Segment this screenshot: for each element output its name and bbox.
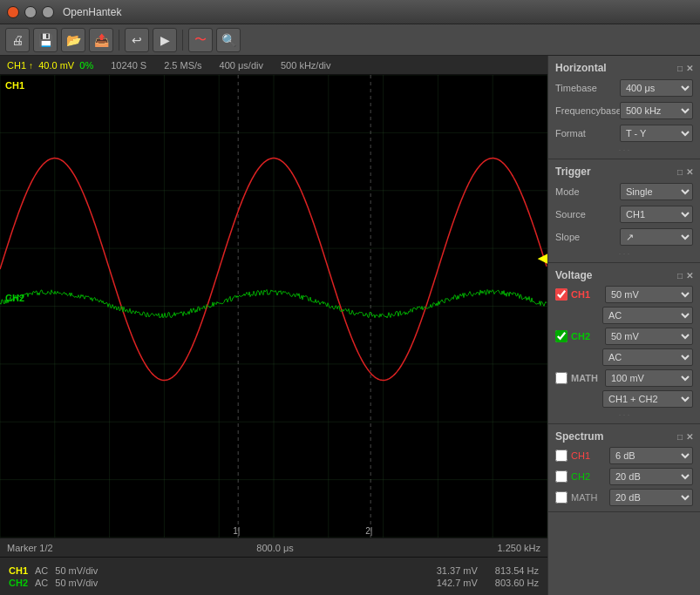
- ch2-freq-val: 803.60 Hz: [495, 578, 539, 588]
- marker-bar: Marker 1/2 800.0 μs 1.250 kHz: [0, 538, 547, 557]
- source-select[interactable]: CH1: [620, 206, 693, 223]
- signal-button[interactable]: 〜: [188, 28, 213, 52]
- waveform-canvas: [0, 75, 547, 538]
- save-button[interactable]: 💾: [33, 28, 58, 52]
- spec-ch1-checkbox[interactable]: [555, 450, 567, 462]
- ch1-coupling-select[interactable]: AC: [602, 307, 693, 324]
- horizontal-header: Horizontal □ ✕: [548, 59, 700, 77]
- ch2-status-name: CH2: [9, 578, 28, 588]
- timebase-label: Timebase: [555, 83, 616, 93]
- open-button[interactable]: 📂: [61, 28, 85, 52]
- ch1-freq-val: 813.54 Hz: [495, 565, 539, 576]
- math-volt-row: MATH 100 mV: [548, 368, 700, 389]
- spec-ch1-row: CH1 6 dB: [548, 445, 700, 466]
- export-button[interactable]: 📤: [89, 28, 113, 52]
- mode-select[interactable]: Single: [620, 183, 693, 200]
- ch1-status-name: CH1: [9, 565, 28, 576]
- ch2-coupling: AC: [35, 578, 48, 588]
- trigger-title: Trigger: [555, 166, 591, 178]
- voltage-minimize-icon[interactable]: □: [677, 271, 683, 281]
- ch1-volt-name: CH1: [571, 289, 601, 300]
- format-select[interactable]: T - Y: [620, 125, 693, 142]
- ch2-voltage-checkbox[interactable]: [555, 330, 567, 342]
- spec-math-name: MATH: [571, 492, 606, 503]
- mode-label: Mode: [555, 186, 616, 197]
- voltage-close-icon[interactable]: ✕: [686, 271, 693, 281]
- spec-math-select[interactable]: 20 dB: [609, 489, 693, 506]
- slope-label: Slope: [555, 232, 616, 242]
- toolbar-separator: [119, 30, 119, 51]
- ch2-voltage-select[interactable]: 50 mV: [605, 328, 693, 345]
- freqbase-select[interactable]: 500 kHz: [620, 102, 693, 119]
- ch1-coupling-row: AC: [548, 305, 700, 326]
- horizontal-minimize-icon[interactable]: □: [677, 64, 683, 73]
- status-bar: CH1 AC 50 mV/div CH2 AC 50 mV/div 31.37 …: [0, 557, 547, 595]
- toolbar: 🖨 💾 📂 📤 ↩ ▶ 〜 🔍: [0, 24, 700, 56]
- spec-ch1-select[interactable]: 6 dB: [609, 447, 693, 464]
- trigger-minimize-icon[interactable]: □: [677, 167, 683, 177]
- samples-info: 10240 S: [111, 60, 146, 71]
- voltage-title: Voltage: [555, 269, 592, 281]
- minimize-button[interactable]: [24, 6, 37, 18]
- marker-label: Marker 1/2: [7, 543, 53, 553]
- trigger-indicator: ◀: [538, 251, 547, 265]
- trigger-section: Trigger □ ✕ Mode Single Source CH1 Slope: [548, 159, 700, 263]
- spec-math-row: MATH 20 dB: [548, 487, 700, 508]
- horizontal-section: Horizontal □ ✕ Timebase 400 μs Frequency…: [548, 56, 700, 159]
- mode-row: Mode Single: [548, 180, 700, 203]
- play-button[interactable]: ▶: [153, 28, 177, 52]
- math-formula-row: CH1 + CH2: [548, 389, 700, 409]
- source-row: Source CH1: [548, 203, 700, 226]
- zoom-button[interactable]: 🔍: [216, 28, 241, 52]
- trigger-close-icon[interactable]: ✕: [686, 167, 693, 177]
- scope-canvas[interactable]: CH1 CH2 ◀: [0, 75, 547, 538]
- spec-math-checkbox[interactable]: [555, 491, 567, 504]
- toolbar-separator2: [182, 30, 183, 51]
- ch1-voltage-div: 50 mV/div: [55, 565, 98, 576]
- horizontal-close-icon[interactable]: ✕: [686, 64, 693, 73]
- math-volt-name: MATH: [571, 373, 601, 383]
- ch1-voltage-checkbox[interactable]: [555, 288, 567, 301]
- titlebar: OpenHantek: [0, 0, 700, 24]
- slope-select[interactable]: ↗: [620, 228, 693, 246]
- spectrum-close-icon[interactable]: ✕: [686, 432, 693, 442]
- timebase-select[interactable]: 400 μs: [620, 79, 693, 97]
- format-label: Format: [555, 128, 616, 139]
- main-area: CH1 ↑ 40.0 mV 0% 10240 S 2.5 MS/s 400 μs…: [0, 56, 700, 595]
- math-voltage-select[interactable]: 100 mV: [605, 369, 693, 387]
- back-button[interactable]: ↩: [125, 28, 149, 52]
- right-panel: Horizontal □ ✕ Timebase 400 μs Frequency…: [547, 56, 700, 595]
- math-voltage-checkbox[interactable]: [555, 372, 567, 384]
- close-button[interactable]: [7, 6, 19, 18]
- trigger-header: Trigger □ ✕: [548, 163, 700, 180]
- ch1-status: CH1 AC 50 mV/div: [9, 565, 98, 576]
- ch2-status: CH2 AC 50 mV/div: [9, 578, 98, 588]
- spectrum-minimize-icon[interactable]: □: [677, 432, 683, 442]
- ch1-coupling: AC: [35, 565, 48, 576]
- ch2-coupling-select[interactable]: AC: [602, 348, 693, 366]
- spec-ch2-name: CH2: [571, 471, 606, 482]
- slope-row: Slope ↗: [548, 226, 700, 248]
- horizontal-title: Horizontal: [555, 62, 607, 74]
- marker-time: 800.0 μs: [256, 543, 293, 553]
- horizontal-dots: · · ·: [548, 145, 700, 155]
- spectrum-title: Spectrum: [555, 430, 603, 443]
- ch1-info-label: CH1 ↑ 40.0 mV 0%: [7, 60, 93, 71]
- ch2-coupling-row: AC: [548, 347, 700, 368]
- math-formula-select[interactable]: CH1 + CH2: [602, 390, 693, 408]
- ch2-volt-row: CH2 50 mV: [548, 326, 700, 347]
- voltage-dots: · · ·: [548, 409, 700, 420]
- ch1-voltage-select[interactable]: 50 mV: [605, 286, 693, 303]
- spec-ch1-name: CH1: [571, 450, 606, 461]
- trigger-dots: · · ·: [548, 248, 700, 259]
- spec-ch2-checkbox[interactable]: [555, 470, 567, 483]
- time-div-info: 400 μs/div: [220, 60, 263, 71]
- timebase-row: Timebase 400 μs: [548, 77, 700, 99]
- print-button[interactable]: 🖨: [5, 28, 30, 52]
- maximize-button[interactable]: [42, 6, 54, 18]
- sample-rate-info: 2.5 MS/s: [164, 60, 201, 71]
- oscilloscope-area: CH1 ↑ 40.0 mV 0% 10240 S 2.5 MS/s 400 μs…: [0, 56, 547, 595]
- voltage-section: Voltage □ ✕ CH1 50 mV AC: [548, 263, 700, 424]
- spec-ch2-select[interactable]: 20 dB: [609, 468, 693, 485]
- info-bar: CH1 ↑ 40.0 mV 0% 10240 S 2.5 MS/s 400 μs…: [0, 56, 547, 75]
